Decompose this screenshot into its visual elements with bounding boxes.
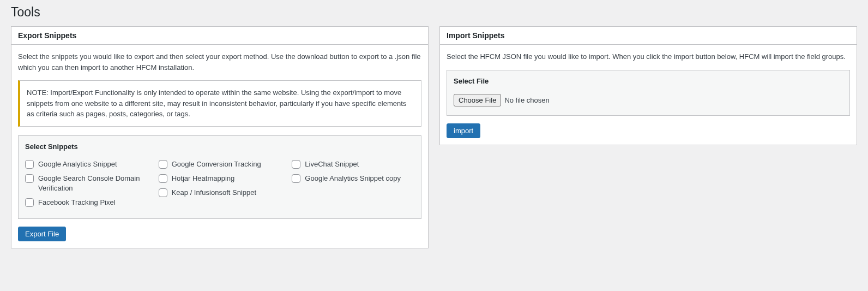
import-header: Import Snippets: [440, 27, 857, 45]
select-file-box: Select File Choose File No file chosen: [447, 70, 850, 116]
page-title: Tools: [11, 0, 857, 22]
snippet-checkbox[interactable]: [159, 188, 167, 197]
file-chosen-status: No file chosen: [504, 96, 549, 104]
select-snippets-box: Select Snippets Google Analytics Snippet…: [18, 135, 421, 219]
export-description: Select the snippets you would like to ex…: [18, 51, 421, 73]
export-panel: Export Snippets Select the snippets you …: [11, 26, 429, 248]
import-heading: Import Snippets: [447, 31, 850, 40]
snippet-label[interactable]: LiveChat Snippet: [305, 159, 359, 169]
snippet-label[interactable]: Hotjar Heatmapping: [172, 174, 235, 183]
snippet-label[interactable]: Google Analytics Snippet: [38, 159, 117, 169]
choose-file-button[interactable]: Choose File: [454, 94, 501, 106]
export-file-button[interactable]: Export File: [18, 227, 66, 241]
snippet-checkbox[interactable]: [159, 174, 167, 183]
snippet-label[interactable]: Google Analytics Snippet copy: [305, 174, 401, 183]
snippet-label[interactable]: Google Conversion Tracking: [172, 159, 261, 169]
snippet-label[interactable]: Facebook Tracking Pixel: [38, 198, 116, 207]
snippet-label[interactable]: Keap / Infusionsoft Snippet: [172, 188, 256, 198]
snippet-checkbox[interactable]: [25, 198, 34, 207]
snippet-checkbox[interactable]: [292, 174, 300, 183]
snippet-checkbox[interactable]: [159, 160, 167, 169]
snippet-checkbox[interactable]: [292, 160, 300, 169]
snippet-checkbox[interactable]: [25, 174, 34, 183]
snippet-label[interactable]: Google Search Console Domain Verificatio…: [38, 174, 148, 193]
export-heading: Export Snippets: [18, 31, 421, 40]
import-panel: Import Snippets Select the HFCM JSON fil…: [439, 26, 857, 145]
snippet-checkbox[interactable]: [25, 160, 34, 169]
import-button[interactable]: import: [447, 123, 480, 138]
select-snippets-title: Select Snippets: [25, 142, 414, 151]
export-note: NOTE: Import/Export Functionality is onl…: [18, 80, 421, 127]
select-file-title: Select File: [454, 77, 843, 85]
import-description: Select the HFCM JSON file you would like…: [447, 51, 850, 62]
export-header: Export Snippets: [11, 27, 428, 45]
